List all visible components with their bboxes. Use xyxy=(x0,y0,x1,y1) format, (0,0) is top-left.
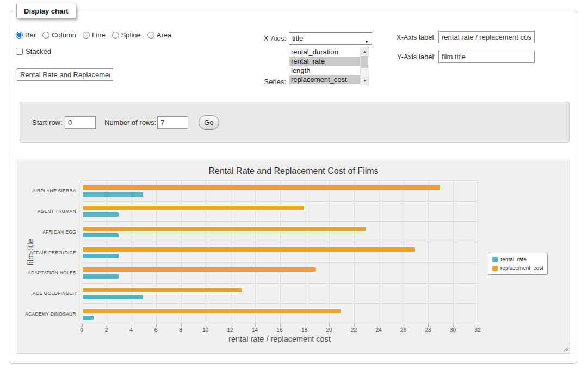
gridline-horizontal xyxy=(82,242,478,242)
chart-type-radio-spline[interactable] xyxy=(112,32,119,39)
gridline-vertical xyxy=(231,180,231,324)
x-axis-ticks: 02468101214161820222426283032 xyxy=(82,327,478,334)
listbox-scrollbar[interactable]: ▲ ▼ xyxy=(360,47,369,85)
category-label: ACADEMY DINOSAUR xyxy=(25,311,76,317)
bar-replacement_cost[interactable] xyxy=(82,247,416,252)
legend-item-rental_rate[interactable]: rental_rate xyxy=(492,256,543,262)
legend-item-replacement_cost[interactable]: replacement_cost xyxy=(492,265,543,271)
x-axis-select-label: X-Axis: xyxy=(250,32,286,45)
gridline-horizontal xyxy=(82,283,478,284)
gridline-horizontal xyxy=(82,180,478,181)
x-tick-label: 0 xyxy=(80,327,83,333)
chart-type-option-bar[interactable]: Bar xyxy=(16,31,36,39)
stacked-checkbox-row[interactable]: Stacked xyxy=(16,47,51,55)
plot-area xyxy=(82,180,478,324)
x-tick-label: 4 xyxy=(129,327,133,333)
series-options: rental_durationrental_ratelengthreplacem… xyxy=(289,47,369,84)
chart-type-option-area[interactable]: Area xyxy=(147,31,171,39)
x-tick-label: 30 xyxy=(450,327,456,333)
gridline-vertical xyxy=(453,180,454,324)
series-option-replacement_cost[interactable]: replacement_cost xyxy=(289,75,360,84)
chart-type-radio-bar[interactable] xyxy=(16,32,23,39)
bar-rental_rate[interactable] xyxy=(82,315,94,321)
gridline-vertical xyxy=(329,180,330,324)
resize-handle-icon[interactable] xyxy=(562,346,568,352)
gridline-horizontal xyxy=(82,303,478,304)
bar-rental_rate[interactable] xyxy=(82,274,119,279)
bar-rental_rate[interactable] xyxy=(82,212,119,217)
x-tick-mark xyxy=(329,324,330,327)
series-listbox[interactable]: rental_durationrental_ratelengthreplacem… xyxy=(289,47,369,85)
number-of-rows-input[interactable] xyxy=(157,116,188,129)
legend-label: rental_rate xyxy=(500,256,527,262)
select-dropdown-arrow-icon: ▼ xyxy=(364,36,369,48)
chart-type-option-label: Bar xyxy=(25,31,36,39)
x-tick-label: 10 xyxy=(202,327,208,333)
x-tick-label: 2 xyxy=(105,327,108,333)
x-tick-mark xyxy=(379,324,379,327)
gridline-vertical xyxy=(107,180,107,324)
chart-legend: rental_ratereplacement_cost xyxy=(488,253,548,275)
rows-control-box: Start row: Number of rows: Go xyxy=(20,102,570,143)
bar-replacement_cost[interactable] xyxy=(82,185,441,190)
bar-rental_rate[interactable] xyxy=(82,233,119,238)
x-tick-mark xyxy=(156,324,157,327)
x-tick-label: 26 xyxy=(400,327,406,333)
x-tick-label: 32 xyxy=(474,327,480,333)
category-label: AIRPLANE SIERRA xyxy=(32,188,76,193)
gridline-horizontal xyxy=(82,221,478,222)
x-tick-mark xyxy=(305,324,305,327)
x-axis-select[interactable]: title ▼ xyxy=(289,32,372,45)
legend-label: replacement_cost xyxy=(500,265,543,271)
x-tick-label: 18 xyxy=(301,327,307,333)
gridline-vertical xyxy=(354,180,355,324)
bar-replacement_cost[interactable] xyxy=(82,205,305,211)
scrollbar-thumb[interactable] xyxy=(361,56,368,68)
x-tick-label: 6 xyxy=(154,327,158,333)
x-tick-mark xyxy=(132,324,132,327)
bar-replacement_cost[interactable] xyxy=(82,308,342,313)
go-button[interactable]: Go xyxy=(199,115,219,130)
chart-type-option-line[interactable]: Line xyxy=(83,31,106,39)
chart-type-option-spline[interactable]: Spline xyxy=(112,31,141,39)
start-row-label: Start row: xyxy=(32,116,63,129)
legend-swatch xyxy=(492,257,498,262)
x-axis-label-label: X-Axis label: xyxy=(383,31,436,43)
x-tick-mark xyxy=(478,324,478,327)
bar-rental_rate[interactable] xyxy=(82,294,144,300)
bar-replacement_cost[interactable] xyxy=(82,267,317,272)
series-option-rental_duration[interactable]: rental_duration xyxy=(289,47,360,57)
gridline-horizontal xyxy=(82,262,478,263)
category-label: AFFAIR PREJUDICE xyxy=(30,250,76,255)
start-row-input[interactable] xyxy=(65,116,96,129)
x-tick-mark xyxy=(404,324,404,327)
series-option-length[interactable]: length xyxy=(289,66,360,75)
bar-rental_rate[interactable] xyxy=(82,192,144,197)
x-tick-label: 24 xyxy=(375,327,381,333)
x-tick-mark xyxy=(354,324,355,327)
scroll-up-icon[interactable]: ▲ xyxy=(361,47,369,55)
x-tick-mark xyxy=(107,324,107,327)
x-tick-label: 16 xyxy=(276,327,282,333)
scroll-down-icon[interactable]: ▼ xyxy=(361,77,369,85)
category-label: AFRICAN EGG xyxy=(42,229,76,235)
chart-type-option-column[interactable]: Column xyxy=(42,31,76,39)
chart-type-radio-column[interactable] xyxy=(42,32,49,39)
chart-type-radio-line[interactable] xyxy=(83,32,90,39)
x-axis-label-input[interactable] xyxy=(438,31,535,43)
x-tick-label: 12 xyxy=(227,327,233,333)
stacked-checkbox[interactable] xyxy=(16,48,23,55)
chart-type-radio-area[interactable] xyxy=(147,32,154,39)
chart-title-input[interactable] xyxy=(17,68,113,81)
y-axis-label-label: Y-Axis label: xyxy=(383,51,436,63)
bar-replacement_cost[interactable] xyxy=(82,226,366,231)
chart-title: Rental Rate and Replacement Cost of Film… xyxy=(17,166,570,176)
display-chart-panel: Display chart BarColumnLineSplineArea St… xyxy=(10,11,577,364)
series-option-rental_rate[interactable]: rental_rate xyxy=(289,57,360,66)
gridline-vertical xyxy=(379,180,379,324)
gridline-vertical xyxy=(132,180,132,324)
y-axis-label-input[interactable] xyxy=(438,51,535,63)
bar-replacement_cost[interactable] xyxy=(82,287,243,293)
bar-rental_rate[interactable] xyxy=(82,253,119,259)
x-tick-mark xyxy=(231,324,231,327)
